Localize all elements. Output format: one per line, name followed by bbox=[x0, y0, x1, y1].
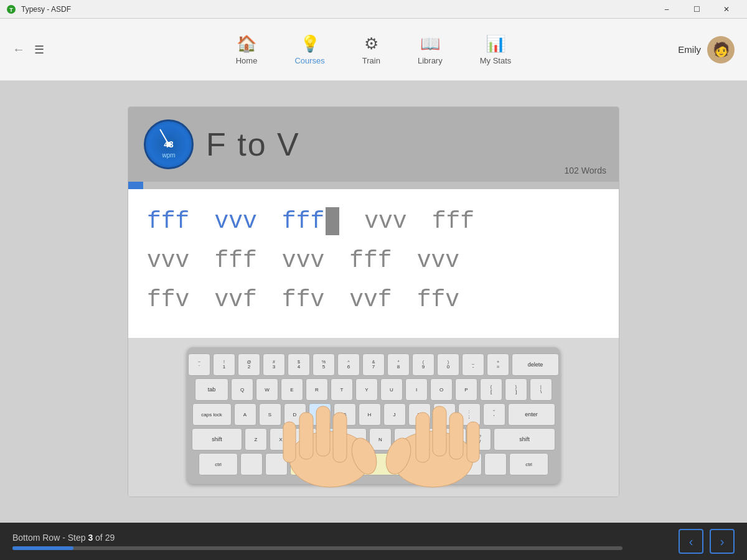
keyboard: ~` !1 @2 #3 $4 %5 ^6 &7 *8 (9 )0 _- += d… bbox=[187, 347, 560, 484]
maximize-button[interactable]: ☐ bbox=[682, 0, 711, 19]
nav-mystats[interactable]: 📊 My Stats bbox=[480, 34, 512, 65]
key-lbracket[interactable]: {[ bbox=[480, 378, 502, 401]
key-semicolon[interactable]: :; bbox=[458, 403, 481, 426]
key-ctrl-left[interactable]: ctrl bbox=[199, 453, 238, 475]
key-6[interactable]: ^6 bbox=[337, 353, 360, 376]
key-q[interactable]: Q bbox=[231, 378, 253, 401]
key-s[interactable]: S bbox=[259, 403, 281, 426]
key-l[interactable]: L bbox=[433, 403, 456, 426]
word-2-2: fff bbox=[214, 244, 256, 277]
key-enter[interactable]: enter bbox=[508, 403, 555, 426]
key-7[interactable]: &7 bbox=[362, 353, 385, 376]
key-tab[interactable]: tab bbox=[195, 378, 228, 401]
avatar[interactable]: 🧑 bbox=[707, 36, 735, 63]
key-tilde[interactable]: ~` bbox=[188, 353, 210, 376]
nav-train[interactable]: ⚙ Train bbox=[362, 34, 380, 65]
key-o[interactable]: O bbox=[430, 378, 453, 401]
word-1-4: vvv bbox=[364, 205, 406, 238]
minimize-button[interactable]: – bbox=[652, 0, 681, 19]
card-header: 43 wpm F to V 102 Words bbox=[128, 107, 619, 182]
bottom-left: Bottom Row - Step 3 of 29 bbox=[12, 533, 622, 550]
key-e[interactable]: E bbox=[281, 378, 303, 401]
progress-fill bbox=[128, 182, 143, 189]
key-fn[interactable] bbox=[459, 453, 482, 475]
key-b[interactable]: B bbox=[344, 428, 367, 450]
key-slash[interactable]: ?/ bbox=[469, 428, 491, 450]
key-rbracket[interactable]: }] bbox=[505, 378, 527, 401]
key-1[interactable]: !1 bbox=[213, 353, 235, 376]
key-y[interactable]: Y bbox=[355, 378, 378, 401]
nav-menu-button[interactable]: ☰ bbox=[34, 43, 44, 57]
key-a[interactable]: A bbox=[234, 403, 256, 426]
key-x[interactable]: X bbox=[270, 428, 292, 450]
key-0[interactable]: )0 bbox=[437, 353, 459, 376]
key-4[interactable]: $4 bbox=[288, 353, 310, 376]
key-alt-left[interactable] bbox=[265, 453, 288, 475]
key-t[interactable]: T bbox=[331, 378, 353, 401]
key-quote[interactable]: "' bbox=[483, 403, 505, 426]
course-card: 43 wpm F to V 102 Words fff vvv fff vvv … bbox=[128, 106, 619, 498]
typing-area[interactable]: fff vvv fff vvv fff vvv fff vvv fff vvv … bbox=[128, 189, 619, 338]
key-alt-right[interactable]: alt bbox=[435, 453, 457, 475]
home-icon: 🏠 bbox=[237, 34, 256, 54]
key-9[interactable]: (9 bbox=[412, 353, 435, 376]
qwerty-row: tab Q W E R T Y U I O P {[ }] |\ bbox=[193, 378, 554, 401]
library-icon: 📖 bbox=[420, 34, 440, 54]
nav-center: 🏠 Home 💡 Courses ⚙ Train 📖 Library 📊 My … bbox=[236, 34, 512, 65]
number-row: ~` !1 @2 #3 $4 %5 ^6 &7 *8 (9 )0 _- += d… bbox=[193, 353, 554, 376]
key-win[interactable] bbox=[240, 453, 263, 475]
key-m[interactable]: M bbox=[394, 428, 416, 450]
key-c[interactable]: C bbox=[294, 428, 317, 450]
key-w[interactable]: W bbox=[256, 378, 278, 401]
train-icon: ⚙ bbox=[364, 34, 378, 54]
key-j[interactable]: J bbox=[383, 403, 406, 426]
key-3[interactable]: #3 bbox=[263, 353, 285, 376]
key-p[interactable]: P bbox=[455, 378, 477, 401]
word-2-4: fff bbox=[349, 244, 392, 277]
key-v[interactable]: V bbox=[319, 428, 342, 450]
key-2[interactable]: @2 bbox=[238, 353, 260, 376]
avatar-emoji: 🧑 bbox=[713, 42, 730, 58]
key-period[interactable]: >. bbox=[444, 428, 466, 450]
key-r[interactable]: R bbox=[306, 378, 328, 401]
key-g[interactable]: G bbox=[334, 403, 356, 426]
nav-library[interactable]: 📖 Library bbox=[418, 34, 443, 65]
key-f[interactable]: F bbox=[309, 403, 331, 426]
word-1-2: vvv bbox=[214, 205, 256, 238]
next-button[interactable]: › bbox=[710, 529, 735, 554]
nav-home[interactable]: 🏠 Home bbox=[236, 34, 258, 65]
key-space[interactable] bbox=[290, 453, 432, 475]
key-capslock[interactable]: caps lock bbox=[192, 403, 232, 426]
app-icon: T bbox=[6, 4, 16, 14]
nav-home-label: Home bbox=[236, 56, 258, 65]
key-comma[interactable]: <, bbox=[419, 428, 441, 450]
prev-button[interactable]: ‹ bbox=[679, 529, 703, 554]
key-k[interactable]: K bbox=[408, 403, 431, 426]
key-equals[interactable]: += bbox=[487, 353, 509, 376]
key-8[interactable]: *8 bbox=[387, 353, 410, 376]
key-5[interactable]: %5 bbox=[312, 353, 335, 376]
word-2-3: vvv bbox=[282, 244, 324, 277]
nav-library-label: Library bbox=[418, 56, 443, 65]
space-row: ctrl alt ctrl bbox=[193, 453, 554, 475]
key-n[interactable]: N bbox=[369, 428, 392, 450]
key-delete[interactable]: delete bbox=[512, 353, 559, 376]
key-menu[interactable] bbox=[484, 453, 507, 475]
key-d[interactable]: D bbox=[284, 403, 306, 426]
nav-arrows: ‹ › bbox=[679, 529, 735, 554]
word-1-1: fff bbox=[147, 205, 189, 238]
key-minus[interactable]: _- bbox=[462, 353, 484, 376]
svg-text:T: T bbox=[9, 7, 13, 13]
key-u[interactable]: U bbox=[380, 378, 403, 401]
nav-courses[interactable]: 💡 Courses bbox=[294, 34, 324, 65]
key-backslash[interactable]: |\ bbox=[530, 378, 552, 401]
progress-bar bbox=[128, 182, 619, 189]
key-h[interactable]: H bbox=[359, 403, 381, 426]
key-i[interactable]: I bbox=[405, 378, 428, 401]
close-button[interactable]: ✕ bbox=[712, 0, 741, 19]
key-shift-left[interactable]: shift bbox=[192, 428, 242, 450]
key-ctrl-right[interactable]: ctrl bbox=[509, 453, 548, 475]
key-shift-right[interactable]: shift bbox=[494, 428, 555, 450]
nav-back-button[interactable]: ← bbox=[12, 42, 25, 57]
key-z[interactable]: Z bbox=[245, 428, 267, 450]
